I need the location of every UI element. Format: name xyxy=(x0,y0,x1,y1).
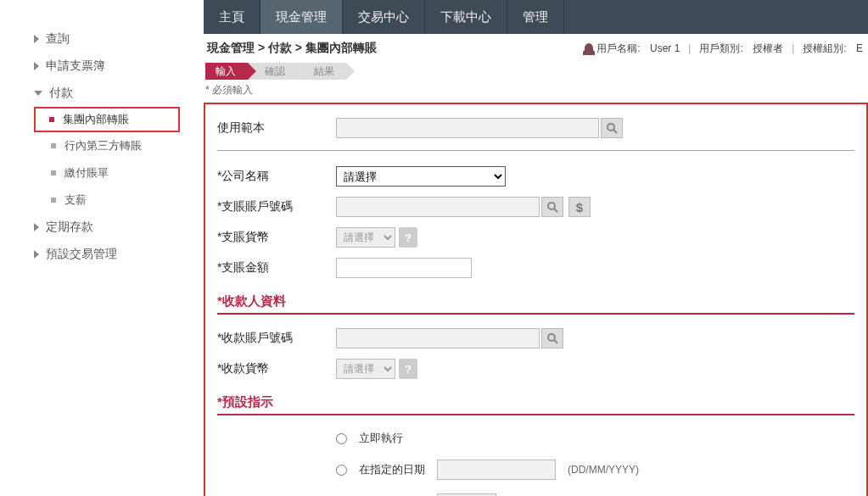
sidebar-item-cheque[interactable]: 申請支票簿 xyxy=(34,53,204,80)
search-icon[interactable] xyxy=(541,197,563,217)
bullet-icon xyxy=(51,143,56,148)
sidebar-item-deposit[interactable]: 定期存款 xyxy=(34,214,204,241)
company-label: *公司名稱 xyxy=(217,169,336,184)
search-icon[interactable] xyxy=(601,118,623,138)
bullet-icon xyxy=(51,198,56,203)
radio-now[interactable] xyxy=(336,433,347,444)
debit-ccy-select[interactable]: 請選擇 xyxy=(336,227,395,248)
template-input[interactable] xyxy=(336,118,599,138)
main-content: 主頁 現金管理 交易中心 下載中心 管理 現金管理 > 付款 > 集團內部轉賬 … xyxy=(204,0,868,496)
help-icon[interactable]: ? xyxy=(399,359,417,379)
form-panel: 使用範本 *公司名稱 請選擇 *支賬賬戶號碼 $ xyxy=(204,103,868,496)
sidebar-item-query[interactable]: 查詢 xyxy=(34,25,204,53)
credit-acct-label: *收款賬戶號碼 xyxy=(217,331,336,346)
bullet-icon xyxy=(51,170,56,176)
bullet-icon xyxy=(49,117,54,122)
tab-admin[interactable]: 管理 xyxy=(507,0,564,34)
sidebar-item-payroll[interactable]: 支薪 xyxy=(34,187,204,214)
help-icon[interactable]: ? xyxy=(399,227,417,248)
debit-amt-input[interactable] xyxy=(336,258,472,278)
payee-section-title: *收款人資料 xyxy=(217,288,854,315)
step-indicator: 輸入 確認 結果 xyxy=(205,63,868,80)
sidebar-item-payment[interactable]: 付款 xyxy=(34,80,204,107)
svg-line-1 xyxy=(613,130,617,133)
credit-ccy-label: *收款貨幣 xyxy=(217,361,336,376)
date-hint: (DD/MM/YYYY) xyxy=(568,464,639,476)
step-input: 輸入 xyxy=(205,63,248,80)
tab-trade[interactable]: 交易中心 xyxy=(343,0,425,34)
date-input[interactable] xyxy=(437,460,556,480)
sidebar-item-billpay[interactable]: 繳付賬單 xyxy=(34,159,204,187)
user-icon xyxy=(585,43,593,53)
schedule-section-title: *預設指示 xyxy=(217,389,854,415)
template-label: 使用範本 xyxy=(217,120,336,136)
svg-point-2 xyxy=(548,203,555,209)
sidebar-item-group-transfer[interactable]: 集團內部轉賬 xyxy=(34,107,180,132)
credit-acct-input[interactable] xyxy=(336,328,540,348)
company-select[interactable]: 請選擇 xyxy=(336,166,506,187)
breadcrumb: 現金管理 > 付款 > 集團內部轉賬 xyxy=(207,41,377,56)
debit-ccy-label: *支賬貨幣 xyxy=(217,230,336,245)
sidebar-item-thirdparty[interactable]: 行內第三方轉賬 xyxy=(34,132,204,159)
svg-point-4 xyxy=(548,334,555,341)
debit-acct-input[interactable] xyxy=(336,197,540,217)
radio-now-label: 立即執行 xyxy=(359,431,403,446)
debit-acct-label: *支賬賬戶號碼 xyxy=(217,199,336,215)
currency-icon[interactable]: $ xyxy=(568,197,591,217)
search-icon[interactable] xyxy=(541,328,563,348)
radio-date[interactable] xyxy=(336,465,347,476)
tab-home[interactable]: 主頁 xyxy=(204,0,260,34)
radio-date-label: 在指定的日期 xyxy=(359,462,425,477)
tab-download[interactable]: 下載中心 xyxy=(425,0,507,34)
required-note: * 必須輸入 xyxy=(205,83,868,98)
svg-point-0 xyxy=(608,124,614,131)
top-nav: 主頁 現金管理 交易中心 下載中心 管理 xyxy=(204,0,868,34)
sidebar: 查詢 申請支票簿 付款 集團內部轉賬 行內第三方轉賬 繳付賬單 支薪 定期存款 … xyxy=(0,0,204,496)
svg-line-5 xyxy=(554,340,557,343)
svg-line-3 xyxy=(554,209,557,212)
sidebar-item-schedule-mgmt[interactable]: 預設交易管理 xyxy=(34,241,204,268)
tab-cash[interactable]: 現金管理 xyxy=(260,0,343,34)
debit-amt-label: *支賬金額 xyxy=(217,260,336,276)
user-info: 用戶名稱: User 1 | 用戶類別: 授權者 | 授權組別: E xyxy=(585,42,868,56)
credit-ccy-select[interactable]: 請選擇 xyxy=(336,359,395,379)
